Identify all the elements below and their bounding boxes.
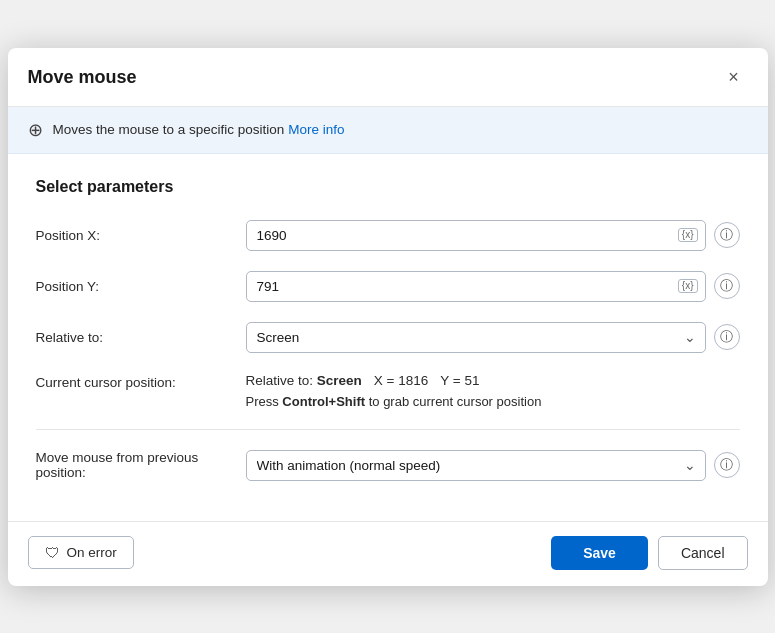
cursor-hint-keys: Control+Shift [282, 394, 365, 409]
position-x-input[interactable] [246, 220, 706, 251]
cursor-info-row: Current cursor position: Relative to: Sc… [36, 373, 740, 409]
more-info-link[interactable]: More info [288, 122, 344, 137]
position-y-control: {x} ⓘ [246, 271, 740, 302]
footer-right: Save Cancel [551, 536, 747, 570]
move-mouse-from-info-button[interactable]: ⓘ [714, 452, 740, 478]
position-y-input[interactable] [246, 271, 706, 302]
info-banner-text: Moves the mouse to a specific position M… [53, 122, 345, 137]
section-title: Select parameters [36, 178, 740, 196]
cursor-x-value: X = 1816 [374, 373, 428, 388]
relative-to-select[interactable]: Screen Window Element [246, 322, 706, 353]
relative-to-control: Screen Window Element ⌄ ⓘ [246, 322, 740, 353]
shield-icon: 🛡 [45, 544, 60, 561]
info-banner: ⊕ Moves the mouse to a specific position… [8, 107, 768, 154]
position-x-clear-button[interactable]: {x} [678, 228, 698, 242]
save-button[interactable]: Save [551, 536, 648, 570]
cursor-hint: Press Control+Shift to grab current curs… [246, 394, 740, 409]
on-error-button[interactable]: 🛡 On error [28, 536, 134, 569]
cursor-y-value: Y = 51 [440, 373, 479, 388]
position-y-row: Position Y: {x} ⓘ [36, 271, 740, 302]
position-x-row: Position X: {x} ⓘ [36, 220, 740, 251]
position-x-control: {x} ⓘ [246, 220, 740, 251]
cursor-relative-label: Relative to: Screen [246, 373, 362, 388]
dialog-header: Move mouse × [8, 48, 768, 107]
cursor-relative-value: Screen [317, 373, 362, 388]
on-error-label: On error [67, 545, 117, 560]
position-y-info-button[interactable]: ⓘ [714, 273, 740, 299]
relative-to-select-wrap: Screen Window Element ⌄ [246, 322, 706, 353]
position-x-input-wrap: {x} [246, 220, 706, 251]
cursor-position-line: Relative to: Screen X = 1816 Y = 51 [246, 373, 740, 388]
relative-to-info-button[interactable]: ⓘ [714, 324, 740, 350]
relative-to-row: Relative to: Screen Window Element ⌄ ⓘ [36, 322, 740, 353]
dialog-title: Move mouse [28, 67, 137, 88]
position-y-label: Position Y: [36, 279, 246, 294]
position-x-label: Position X: [36, 228, 246, 243]
move-mouse-dialog: Move mouse × ⊕ Moves the mouse to a spec… [8, 48, 768, 586]
position-x-info-button[interactable]: ⓘ [714, 222, 740, 248]
cursor-info-content: Relative to: Screen X = 1816 Y = 51 Pres… [246, 373, 740, 409]
move-mouse-from-row: Move mouse from previous position: With … [36, 450, 740, 481]
position-y-input-wrap: {x} [246, 271, 706, 302]
move-mouse-from-select-wrap: With animation (normal speed) With anima… [246, 450, 706, 481]
dialog-footer: 🛡 On error Save Cancel [8, 521, 768, 586]
dialog-body: Select parameters Position X: {x} ⓘ Posi… [8, 154, 768, 521]
cancel-button[interactable]: Cancel [658, 536, 748, 570]
position-y-clear-button[interactable]: {x} [678, 279, 698, 293]
move-mouse-from-select[interactable]: With animation (normal speed) With anima… [246, 450, 706, 481]
move-mouse-from-control: With animation (normal speed) With anima… [246, 450, 740, 481]
close-button[interactable]: × [720, 64, 748, 92]
mouse-cursor-icon: ⊕ [28, 119, 43, 141]
cursor-info-label: Current cursor position: [36, 373, 246, 390]
divider [36, 429, 740, 430]
relative-to-label: Relative to: [36, 330, 246, 345]
move-mouse-from-label: Move mouse from previous position: [36, 450, 246, 480]
